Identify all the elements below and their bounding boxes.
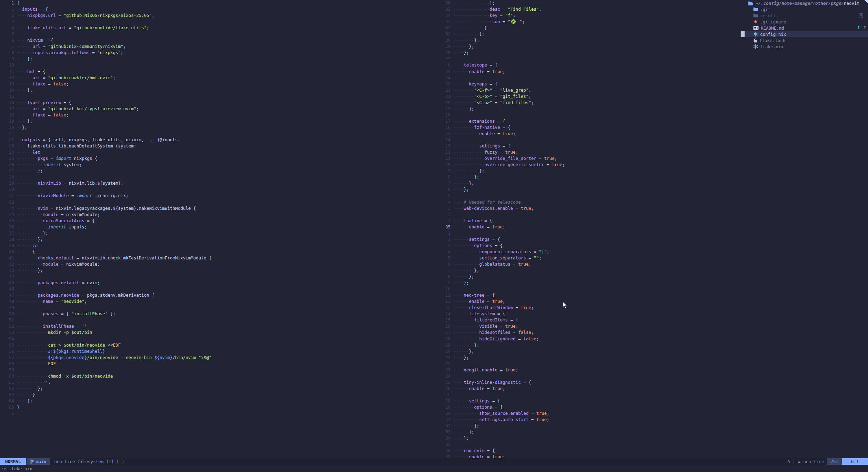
file-tree-item-.git[interactable]: .git: [740, 6, 868, 12]
code-line[interactable]: 2······settings = {: [435, 236, 740, 243]
code-line[interactable]: 14······filesystem = {: [435, 311, 740, 317]
code-line[interactable]: 11····hml = {: [0, 69, 434, 75]
code-line[interactable]: 37··········};: [0, 230, 434, 236]
code-line[interactable]: 25····tiny-inline-diagnostic = {: [435, 379, 740, 386]
code-line[interactable]: 13··········settings = {: [435, 143, 740, 149]
code-line[interactable]: 37······enable = true;: [435, 454, 740, 458]
code-line[interactable]: 36············inherit inputs;: [0, 224, 434, 230]
file-tree-item-flake.lock[interactable]: flake.lock: [740, 37, 868, 43]
code-line[interactable]: 51: [0, 317, 434, 323]
code-line[interactable]: 4····flake-utils.url = "github:numtide/f…: [0, 25, 434, 31]
code-line[interactable]: 41········checks.default = nixvimLib.che…: [0, 255, 434, 261]
code-line[interactable]: 24: [435, 373, 740, 379]
code-line[interactable]: 9····};: [0, 56, 434, 62]
code-line[interactable]: 28····};: [435, 50, 740, 56]
code-line[interactable]: 1: [435, 230, 740, 236]
code-line[interactable]: 35: [435, 441, 740, 448]
code-line[interactable]: 64····);: [0, 398, 434, 404]
code-line[interactable]: 34··············key = "f";: [435, 12, 740, 19]
code-line[interactable]: 4··········component_separators = "|";: [435, 249, 740, 255]
code-line[interactable]: 5··········section_separators = "";: [435, 255, 740, 261]
code-line[interactable]: 3: [0, 19, 434, 25]
code-line[interactable]: 15: [0, 93, 434, 100]
code-line[interactable]: 36····coq-nvim = {: [435, 448, 740, 454]
code-line[interactable]: 1····lualine = {: [435, 218, 740, 224]
code-line[interactable]: 19····};: [0, 118, 434, 124]
file-tree-item-flake.nix[interactable]: flake.nix: [740, 43, 868, 50]
code-line[interactable]: 17··········hideDotfiles = false;: [435, 329, 740, 336]
code-line[interactable]: 14: [435, 137, 740, 143]
code-line[interactable]: L: [435, 392, 740, 398]
code-line[interactable]: 8······};: [435, 274, 740, 280]
code-line[interactable]: 57············${pkgs.neovide}/bin/neovid…: [0, 355, 434, 361]
code-line[interactable]: 11····neo-tree = {: [435, 292, 740, 298]
file-tree-item-.gitignore[interactable]: .gitignore: [740, 19, 868, 25]
code-line[interactable]: 34··········module = nixvimModule;: [0, 212, 434, 218]
code-line[interactable]: 30········};: [435, 37, 740, 43]
code-line[interactable]: 8······inputs.nixpkgs.follows = "nixpkgs…: [0, 50, 434, 56]
code-line[interactable]: 18: [435, 112, 740, 118]
code-line[interactable]: 20······};: [435, 348, 740, 355]
code-line[interactable]: 12············fuzzy = true;: [435, 149, 740, 155]
code-line[interactable]: 29········options = {: [435, 404, 740, 410]
code-line[interactable]: 9··········};: [435, 168, 740, 174]
code-line[interactable]: 58············EOF: [0, 361, 434, 367]
code-line[interactable]: 21········"<C-p>" = "git_files";: [435, 93, 740, 100]
code-line[interactable]: 3········options = {: [435, 243, 740, 249]
code-line[interactable]: 36··············};: [435, 0, 740, 6]
code-line[interactable]: 28: [0, 174, 434, 180]
code-line[interactable]: 20········"<C-o>" = "find_files";: [435, 100, 740, 106]
code-line[interactable]: 2····nixpkgs.url = "github:NixOS/nixpkgs…: [0, 12, 434, 19]
code-line[interactable]: 65}: [0, 404, 434, 410]
code-line[interactable]: 29········nixvimLib = nixvim.lib.${syste…: [0, 180, 434, 186]
code-line[interactable]: 17······extensions = {: [435, 118, 740, 124]
code-line[interactable]: 42··········module = nixvimModule;: [0, 261, 434, 267]
code-line[interactable]: 38········};: [0, 236, 434, 243]
code-line[interactable]: M········nvim = nixvim.legacyPackages.${…: [0, 205, 434, 212]
code-line[interactable]: 61··········'';: [0, 379, 434, 386]
code-line[interactable]: 26······enable = true;: [435, 386, 740, 392]
code-line[interactable]: 32············}: [435, 25, 740, 31]
code-line[interactable]: 7········};: [435, 267, 740, 274]
code-line[interactable]: 6····nixvim = {: [0, 37, 434, 43]
editor-pane-flake-nix[interactable]: 1{1··inputs = {2····nixpkgs.url = "githu…: [0, 0, 434, 458]
code-line[interactable]: 1··inputs = {: [0, 6, 434, 12]
code-line[interactable]: 5: [435, 193, 740, 199]
code-line[interactable]: 13······closeIfLastWindow = true;: [435, 305, 740, 311]
code-line[interactable]: 3····web-devicons.enable = true;: [435, 205, 740, 212]
code-line[interactable]: 10············override_generic_sorter = …: [435, 162, 740, 168]
code-line[interactable]: 17······url = "github:al-kot/typst-previ…: [0, 106, 434, 112]
code-line[interactable]: 10: [0, 62, 434, 68]
neotree-root[interactable]: ~/.config/home-manager/other/pkgs/neovim: [740, 0, 868, 6]
code-line[interactable]: 30: [0, 186, 434, 193]
code-line[interactable]: 28······settings = {: [435, 398, 740, 404]
code-line[interactable]: 2: [435, 212, 740, 218]
code-line[interactable]: 23····flake-utils.lib.eachDefaultSystem …: [0, 143, 434, 149]
code-line[interactable]: 35··············desc = "Find Files";: [435, 6, 740, 12]
code-line[interactable]: 24······let: [0, 149, 434, 155]
code-line[interactable]: 43········};: [0, 267, 434, 274]
code-line[interactable]: 40······{: [0, 249, 434, 255]
code-line[interactable]: 1{: [0, 0, 434, 6]
code-line[interactable]: 27········};: [0, 168, 434, 174]
code-line[interactable]: 14····};: [0, 87, 434, 93]
code-line[interactable]: 24: [435, 75, 740, 81]
code-line[interactable]: 25········pkgs = import nixpkgs {: [0, 155, 434, 162]
code-line[interactable]: 31········nixvimModule = import ./config…: [0, 193, 434, 199]
code-line[interactable]: 19······};: [435, 106, 740, 112]
code-line[interactable]: 13······flake = false;: [0, 81, 434, 87]
code-line[interactable]: 16····typst-preview = {: [0, 100, 434, 106]
code-line[interactable]: 21: [0, 131, 434, 137]
code-line[interactable]: 49: [0, 305, 434, 311]
code-line[interactable]: 5: [0, 31, 434, 37]
code-line[interactable]: 30··········show_source.enabled = true;: [435, 410, 740, 417]
code-line[interactable]: 16··········visible = true;: [435, 323, 740, 329]
code-line[interactable]: 6··········globalstatus = true;: [435, 261, 740, 267]
code-line[interactable]: 12······url = "github:mawkler/hml.nvim";: [0, 75, 434, 81]
code-line[interactable]: 15········filteredItems = {: [435, 317, 740, 323]
code-line[interactable]: H····telescope = {: [435, 62, 740, 68]
code-line[interactable]: 32: [0, 199, 434, 205]
code-line[interactable]: 8········};: [435, 174, 740, 180]
code-line[interactable]: 31··········];: [435, 31, 740, 37]
code-line[interactable]: 10: [435, 286, 740, 292]
